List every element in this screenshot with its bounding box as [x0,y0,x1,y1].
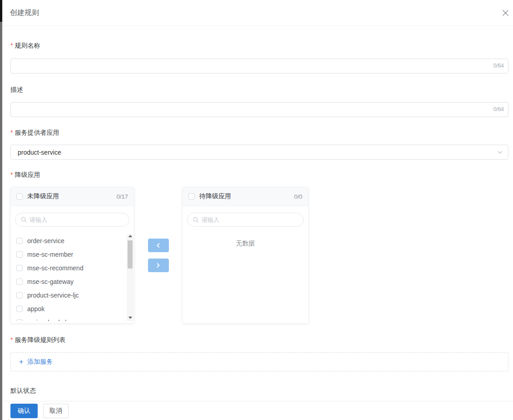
target-search-input[interactable] [202,216,298,223]
default-status-label-text: 默认状态 [10,387,36,395]
dialog-title: 创建规则 [10,8,39,18]
transfer-target-panel: 待降级应用 0/0 无数据 [183,187,308,323]
source-list-scrollbar[interactable] [127,234,133,321]
list-item[interactable]: appok [10,302,134,316]
rule-name-counter: 0/64 [493,59,504,73]
transfer-target-title: 待降级应用 [199,192,290,200]
target-search-box [187,213,304,227]
close-button[interactable] [500,8,510,18]
item-checkbox[interactable] [16,319,23,321]
item-checkbox[interactable] [16,306,23,312]
required-mark: * [10,336,13,343]
search-icon [21,217,27,223]
required-mark: * [10,42,13,49]
source-search-input[interactable] [30,216,123,223]
transfer-source-panel: 未降级应用 0/17 [10,187,134,323]
list-item[interactable]: mse-sc-gateway [10,275,134,288]
transfer-source-counter: 0/17 [117,193,128,200]
rule-list-label-text: 服务降级规则列表 [15,336,65,344]
description-counter: 0/64 [493,102,504,117]
transfer-target-counter: 0/0 [294,193,302,200]
provider-app-select[interactable]: product-service [10,145,508,160]
scrollbar-thumb[interactable] [128,240,133,269]
description-input-wrap: 0/64 [10,102,508,117]
default-status-label: 默认状态 [10,387,508,395]
list-item[interactable]: order-service [10,234,134,248]
rule-name-label: * 规则名称 [10,42,508,50]
rule-name-label-text: 规则名称 [15,42,40,50]
chevron-right-icon [156,263,160,268]
item-label: springcloud-xby [27,319,72,321]
description-label-text: 描述 [10,86,23,94]
scroll-up-arrow-icon[interactable] [127,234,133,239]
transfer-source-header: 未降级应用 0/17 [10,187,134,206]
description-input[interactable] [10,102,508,117]
add-service-label: 添加服务 [27,358,53,366]
item-label: appok [27,305,44,313]
rule-name-input-wrap: 0/64 [10,59,508,73]
item-checkbox[interactable] [16,292,23,298]
move-right-button[interactable] [148,259,169,272]
dialog-footer: 确认 取消 [2,401,513,420]
transfer-source-title: 未降级应用 [27,192,112,200]
rule-name-input[interactable] [10,59,508,73]
create-rule-dialog: 创建规则 * 规则名称 0/64 描述 [2,0,513,420]
provider-app-selected-value: product-service [18,149,61,156]
add-service-area[interactable]: + 添加服务 [10,352,508,371]
dialog-body: * 规则名称 0/64 描述 0/64 * 服务提供者应用 product-se [2,26,513,401]
search-icon [193,217,199,223]
cancel-button[interactable]: 取消 [43,404,69,418]
item-label: order-service [27,237,64,244]
item-checkbox[interactable] [16,265,23,271]
list-item[interactable]: mse-sc-member [10,248,134,261]
item-checkbox[interactable] [16,251,23,258]
item-label: mse-sc-member [27,251,73,258]
select-all-source-checkbox[interactable] [16,193,23,200]
add-service-button[interactable]: + 添加服务 [19,358,53,366]
degrade-app-transfer: 未降级应用 0/17 [10,187,508,323]
degrade-app-label-text: 降级应用 [15,171,40,179]
scroll-down-arrow-icon[interactable] [127,314,133,321]
description-label: 描述 [10,86,508,94]
transfer-controls [134,187,183,323]
item-label: product-service-ljc [27,292,79,299]
list-item[interactable]: product-service-ljc [10,288,134,302]
move-left-button[interactable] [148,239,169,252]
list-item[interactable]: mse-sc-recommend [10,261,134,275]
item-label: mse-sc-gateway [27,278,74,285]
source-app-list: order-service mse-sc-member mse-sc-recom… [10,234,134,321]
item-checkbox[interactable] [16,278,23,285]
chevron-down-icon [497,151,503,154]
confirm-button[interactable]: 确认 [10,404,38,418]
provider-app-label-text: 服务提供者应用 [15,129,59,137]
plus-icon: + [19,358,23,366]
transfer-source-body: order-service mse-sc-member mse-sc-recom… [10,213,134,330]
screen: 创建规则 * 规则名称 0/64 描述 [0,0,513,420]
close-icon [502,10,509,16]
provider-app-label: * 服务提供者应用 [10,129,508,137]
degrade-app-label: * 降级应用 [10,171,508,179]
source-search-box [15,213,129,227]
item-checkbox[interactable] [16,238,23,244]
required-mark: * [10,171,13,178]
list-item[interactable]: springcloud-xby [10,316,134,321]
select-all-target-checkbox[interactable] [188,193,195,200]
chevron-left-icon [156,243,160,248]
empty-data-text: 无数据 [183,239,308,248]
required-mark: * [10,129,13,136]
item-label: mse-sc-recommend [27,264,84,272]
dialog-header: 创建规则 [2,0,513,26]
rule-list-label: * 服务降级规则列表 [10,336,508,344]
transfer-target-body: 无数据 [183,213,308,330]
transfer-target-header: 待降级应用 0/0 [183,187,308,206]
